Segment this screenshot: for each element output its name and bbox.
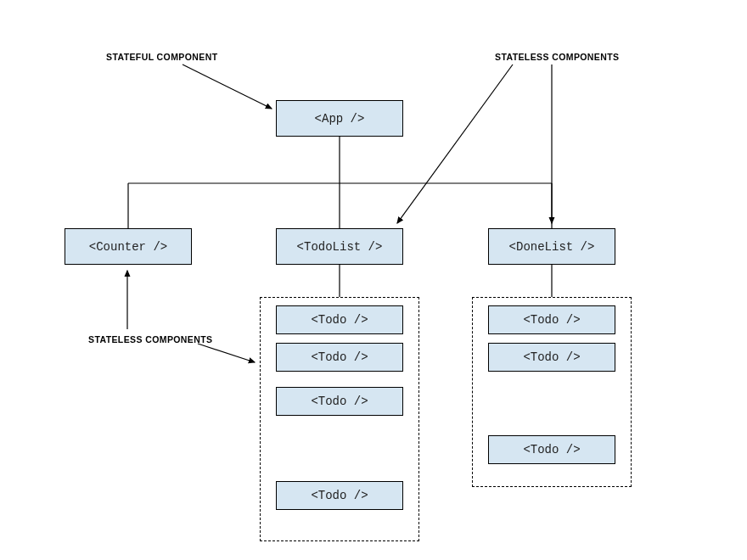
svg-line-8	[397, 64, 513, 223]
node-todolist-text: <TodoList />	[297, 240, 383, 254]
node-todolist: <TodoList />	[276, 228, 403, 265]
node-done-todo-1-text: <Todo />	[523, 313, 580, 327]
node-done-todo-3-text: <Todo />	[523, 443, 580, 456]
svg-line-11	[198, 344, 255, 362]
node-todo-1-text: <Todo />	[311, 313, 368, 327]
node-app: <App />	[276, 100, 403, 137]
node-todo-1: <Todo />	[276, 305, 403, 334]
node-todo-2-text: <Todo />	[311, 350, 368, 364]
svg-line-7	[183, 64, 272, 109]
node-done-todo-1: <Todo />	[488, 305, 615, 334]
node-donelist-text: <DoneList />	[509, 240, 595, 254]
node-todo-2: <Todo />	[276, 343, 403, 372]
node-todo-4: <Todo />	[276, 481, 403, 510]
node-counter: <Counter />	[65, 228, 192, 265]
node-done-todo-2: <Todo />	[488, 343, 615, 372]
stateful-label: STATEFUL COMPONENT	[106, 52, 217, 62]
node-todo-4-text: <Todo />	[311, 489, 368, 502]
stateless-left-label: STATELESS COMPONENTS	[88, 334, 212, 344]
node-counter-text: <Counter />	[89, 240, 167, 254]
node-app-text: <App />	[315, 112, 365, 126]
node-done-todo-2-text: <Todo />	[523, 350, 580, 364]
node-todo-3: <Todo />	[276, 387, 403, 416]
node-todo-3-text: <Todo />	[311, 395, 368, 408]
node-donelist: <DoneList />	[488, 228, 615, 265]
stateless-right-label: STATELESS COMPONENTS	[495, 52, 619, 62]
node-done-todo-3: <Todo />	[488, 435, 615, 464]
